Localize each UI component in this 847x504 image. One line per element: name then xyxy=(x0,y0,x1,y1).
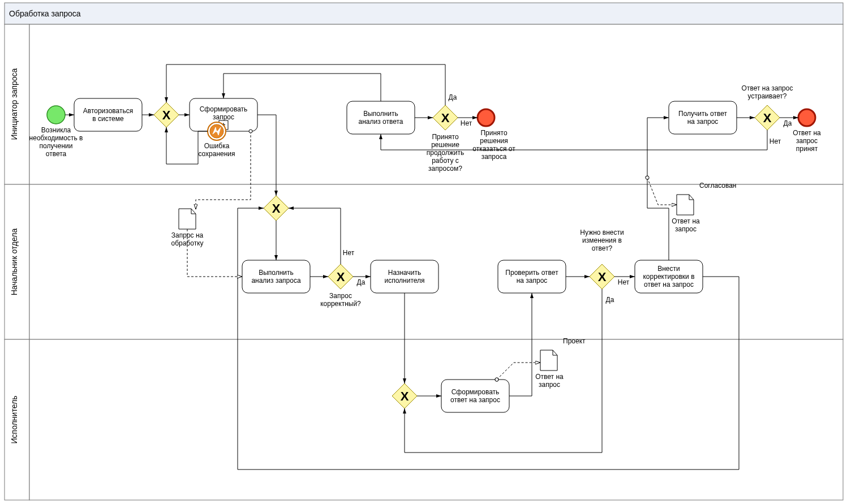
data-answer-draft-label: Ответ назапрос xyxy=(535,373,564,389)
end-event-accept-label: Ответ назапроспринят xyxy=(793,129,821,153)
data-answer-approved xyxy=(677,195,694,215)
svg-text:Ответ назапроспринят: Ответ назапроспринят xyxy=(793,129,821,153)
svg-rect-6 xyxy=(29,339,843,500)
svg-text:X: X xyxy=(763,111,772,125)
gateway-accept-label: Ответ на запросустраивает? xyxy=(742,84,793,100)
svg-text:Нет: Нет xyxy=(769,137,781,145)
svg-text:Выполнитьанализ ответа: Выполнитьанализ ответа xyxy=(359,110,403,126)
svg-text:X: X xyxy=(441,111,450,125)
pool-title: Обработка запроса xyxy=(9,9,81,18)
svg-text:Ответ на запросустраивает?: Ответ на запросустраивает? xyxy=(742,84,793,100)
data-request xyxy=(179,209,196,229)
lane-title-exec: Исполнитель xyxy=(10,396,19,444)
end-event-reject xyxy=(478,109,495,126)
task-assign-label: Назначитьисполнителя xyxy=(384,269,424,285)
lane-title-initiator: Инициатор запроса xyxy=(10,68,19,140)
svg-text:X: X xyxy=(162,108,171,122)
svg-text:Да: Да xyxy=(784,119,792,127)
end-event-accept xyxy=(798,109,815,126)
svg-text:Да: Да xyxy=(449,93,457,101)
data-answer-approved-state: Согласован xyxy=(699,182,736,189)
task-form-answer-label: Сформироватьответ на запрос xyxy=(450,388,500,404)
svg-text:Да: Да xyxy=(606,296,614,304)
svg-text:Да: Да xyxy=(357,278,366,286)
svg-text:X: X xyxy=(401,389,409,403)
svg-text:Нет: Нет xyxy=(343,249,355,257)
data-answer-draft-state: Проект xyxy=(563,337,586,345)
svg-text:Приняторешениепродолжитьработу: Приняторешениепродолжитьработу сзапросом… xyxy=(427,133,464,173)
start-event xyxy=(47,106,65,124)
task-analyze-answer-label: Выполнитьанализ ответа xyxy=(359,110,403,126)
svg-text:X: X xyxy=(337,270,345,284)
data-answer-draft xyxy=(540,350,557,371)
svg-text:Ответ назапрос: Ответ назапрос xyxy=(672,217,700,233)
data-answer-approved-label: Ответ назапрос xyxy=(672,217,700,233)
svg-text:Нет: Нет xyxy=(461,119,472,127)
svg-text:Сформироватьответ на запрос: Сформироватьответ на запрос xyxy=(450,388,500,404)
svg-text:X: X xyxy=(598,270,607,284)
pool-header xyxy=(5,3,843,24)
gateway-continue-label: Приняторешениепродолжитьработу сзапросом… xyxy=(427,133,464,173)
svg-text:Нет: Нет xyxy=(618,278,630,286)
svg-text:Ответ назапрос: Ответ назапрос xyxy=(535,373,564,389)
svg-text:Выполнитьанализ запроса: Выполнитьанализ запроса xyxy=(251,269,301,285)
lane-title-head: Начальник отдела xyxy=(10,229,19,296)
svg-text:Назначитьисполнителя: Назначитьисполнителя xyxy=(384,269,424,285)
svg-text:X: X xyxy=(272,201,281,216)
task-analyze-request-label: Выполнитьанализ запроса xyxy=(251,269,301,285)
bpmn-diagram: Обработка запроса Инициатор запроса Нача… xyxy=(0,0,847,504)
